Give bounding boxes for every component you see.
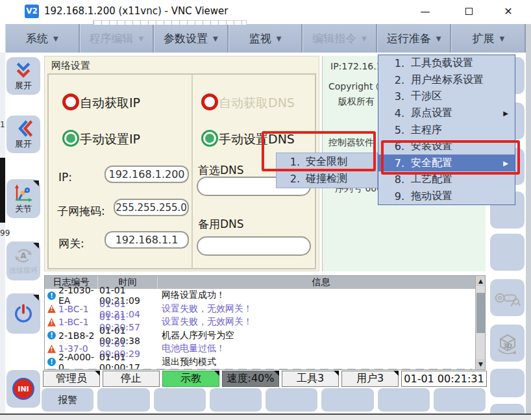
3d-cube-icon: 3D <box>495 332 521 354</box>
bottom-button[interactable] <box>266 388 317 412</box>
log-row[interactable]: 2-A000-0 01-01 00:00:17 退出预约模式 <box>45 356 475 369</box>
chevron-down-icon: ▼ <box>277 35 282 42</box>
rights-text: 版权所有 <box>338 96 375 108</box>
double-chevron-left-icon <box>14 119 33 138</box>
background-text-fragment: 99 <box>0 229 10 238</box>
status-box[interactable]: 停止 <box>103 371 160 387</box>
ini-badge-icon: INI <box>12 378 34 400</box>
menu-tab[interactable]: 参数设置 ▼ <box>154 24 228 53</box>
menu-item[interactable]: 5. 主程序 <box>378 121 515 138</box>
copyright-text: Copyright @ <box>328 81 385 92</box>
menu-item[interactable]: 6. 安装设置 <box>378 138 515 155</box>
window-title: 192.168.1.200 (x11vnc) - VNC Viewer <box>44 5 228 17</box>
menu-item-label: 原点设置 <box>411 106 503 120</box>
radio-manual-dns-label: 手动设置DNS <box>219 131 295 148</box>
expand-left-button[interactable]: 展开 <box>6 116 40 153</box>
submenu-item[interactable]: 2. 碰撞检测 <box>277 171 377 188</box>
backup-dns-input[interactable] <box>197 236 311 256</box>
log-level-icon <box>47 291 56 300</box>
scroll-down-icon[interactable]: ▼ <box>476 359 486 369</box>
menu-tab[interactable]: 程序编辑 ▼ <box>80 24 154 53</box>
vnc-logo-icon: V2 <box>25 5 39 18</box>
radio-auto-ip[interactable] <box>62 93 79 110</box>
bottom-button[interactable] <box>321 388 373 412</box>
menu-item-number: 9. <box>388 190 404 203</box>
menu-item[interactable]: 7. 安全配置 ▶ <box>378 154 515 171</box>
expand-down-label: 展开 <box>15 80 32 92</box>
submenu-arrow-icon: ▶ <box>503 160 508 167</box>
ip-input[interactable] <box>105 166 189 183</box>
menu-item-number: 6. <box>388 140 404 153</box>
menu-item-number: 2. <box>388 74 404 86</box>
status-box[interactable]: 速度:40% <box>222 371 279 387</box>
scroll-up-icon[interactable]: ▲ <box>476 276 486 286</box>
power-button[interactable] <box>6 293 40 334</box>
status-box[interactable]: 管理员 <box>43 371 100 387</box>
scroll-thumb[interactable] <box>476 293 485 333</box>
bottom-button-label: 报警 <box>58 394 77 406</box>
menu-item-label: 安全配置 <box>411 156 503 170</box>
chevron-down-icon: ▼ <box>362 35 367 42</box>
expand-down-button[interactable]: 展开 <box>6 57 40 95</box>
menu-tab-label: 编辑指令 <box>312 31 356 46</box>
menu-item[interactable]: 4. 原点设置 ▶ <box>378 105 515 122</box>
log-scrollbar[interactable]: ▲ ▼ <box>475 276 485 369</box>
software-text: 控制器软件 <box>328 137 374 149</box>
log-id: 1-BC-1 <box>58 304 89 314</box>
menu-item-number: 1. <box>388 57 404 69</box>
status-box[interactable]: 工具3 <box>282 371 339 387</box>
continuous-cycle-button[interactable]: A 连续循环 <box>6 241 40 280</box>
panel-title: 网络设置 <box>51 60 90 72</box>
maximize-button[interactable] <box>458 3 480 21</box>
bottom-button[interactable] <box>378 388 430 412</box>
menu-tab-label: 监视 <box>249 31 271 46</box>
subnet-mask-input[interactable] <box>114 199 189 216</box>
safety-config-submenu: 1. 安全限制 2. 碰撞检测 <box>276 153 378 188</box>
view-3d-button[interactable]: 3D <box>490 325 525 362</box>
gamepad-button[interactable] <box>490 279 525 316</box>
chevron-down-icon: ▼ <box>213 35 218 42</box>
menu-item[interactable]: 8. 工艺配置 <box>378 171 515 188</box>
menu-item[interactable]: 9. 拖动设置 <box>378 188 515 205</box>
bottom-button[interactable] <box>97 388 149 412</box>
joint-mode-button[interactable]: 关节 <box>6 179 40 218</box>
column-divider <box>191 75 193 268</box>
status-box-label: 01-01 00:21:31 <box>404 373 484 385</box>
svg-text:A: A <box>20 251 27 260</box>
status-box[interactable]: 01-01 00:21:31 <box>401 371 487 387</box>
window-frame-bottom <box>0 414 531 420</box>
right-sidebar-button-5[interactable] <box>490 234 525 271</box>
status-box[interactable]: 用户3 <box>341 371 399 387</box>
bottom-button[interactable]: 报警 <box>42 388 93 412</box>
subnet-mask-label: 子网掩码: <box>57 204 105 219</box>
radio-manual-ip[interactable] <box>62 130 79 147</box>
right-sidebar-button-8[interactable] <box>490 369 525 397</box>
gateway-input[interactable] <box>105 231 189 249</box>
ini-button[interactable]: INI <box>6 370 40 408</box>
bottom-button[interactable] <box>210 388 262 412</box>
menu-item[interactable]: 3. 干涉区 <box>378 88 515 105</box>
double-chevron-down-icon <box>14 61 33 79</box>
menu-tab[interactable]: 系统 ▼ <box>5 24 80 53</box>
menu-tab[interactable]: 编辑指令 ▼ <box>303 24 377 53</box>
status-box[interactable]: 示教 <box>162 371 219 387</box>
minimize-button[interactable]: — <box>414 3 436 21</box>
menu-tab[interactable]: 扩展 ▼ <box>451 24 526 53</box>
menu-tab[interactable]: 运行准备 ▼ <box>377 24 452 53</box>
radio-manual-dns[interactable] <box>201 130 218 147</box>
radio-manual-ip-label: 手动设置IP <box>80 131 140 148</box>
menu-item[interactable]: 1. 工具负载设置 <box>378 55 515 72</box>
menu-item-label: 主程序 <box>411 123 508 137</box>
submenu-item[interactable]: 1. 安全限制 <box>277 153 377 171</box>
bottom-button[interactable] <box>434 388 486 412</box>
bottom-button[interactable] <box>154 388 206 412</box>
log-message: 退出预约模式 <box>158 356 475 368</box>
close-button[interactable]: ✕ <box>497 3 519 21</box>
window-frame-right <box>526 24 531 420</box>
vnc-toolbar-strip <box>93 20 247 25</box>
log-message: 电池电量过低！ <box>158 343 475 354</box>
log-message: 网络设置成功！ <box>158 290 475 301</box>
menu-item[interactable]: 2. 用户坐标系设置 <box>378 72 515 89</box>
radio-auto-dns[interactable] <box>201 93 218 110</box>
menu-tab[interactable]: 监视 ▼ <box>228 24 303 53</box>
